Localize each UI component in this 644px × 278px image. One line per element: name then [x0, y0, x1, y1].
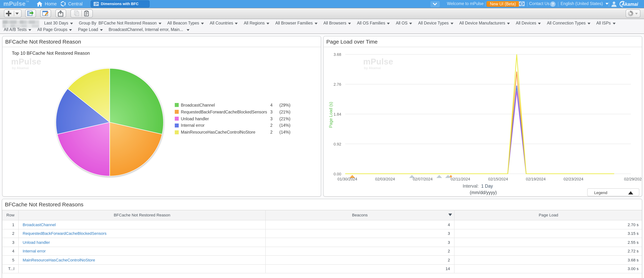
- svg-text:Akamai: Akamai: [621, 2, 638, 7]
